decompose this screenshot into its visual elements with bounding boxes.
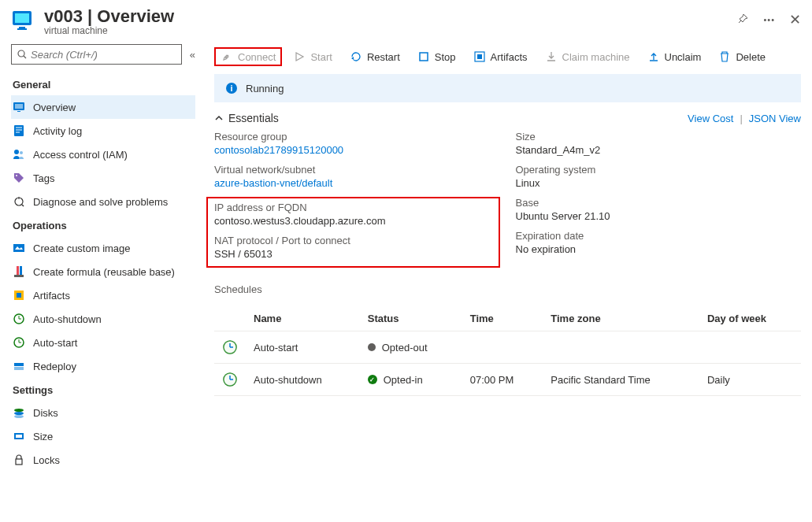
sidebar-item-disks[interactable]: Disks xyxy=(11,401,195,424)
unclaim-button[interactable]: Unclaim xyxy=(641,47,708,66)
more-icon[interactable]: ••• xyxy=(763,15,775,24)
sidebar-item-formula[interactable]: Create formula (reusable base) xyxy=(11,260,195,283)
download-icon xyxy=(545,50,558,63)
svg-rect-23 xyxy=(14,275,24,277)
play-icon xyxy=(293,50,306,63)
svg-marker-40 xyxy=(296,53,303,61)
base-label: Base xyxy=(516,197,802,209)
disks-icon xyxy=(13,406,25,419)
essentials-title: Essentials xyxy=(228,112,279,124)
essentials-toggle[interactable]: Essentials xyxy=(214,112,279,124)
svg-point-13 xyxy=(14,150,19,154)
size-icon xyxy=(13,430,25,442)
collapse-sidebar-icon[interactable]: « xyxy=(190,49,195,61)
col-dow: Day of week xyxy=(699,306,801,331)
upload-icon xyxy=(647,50,660,63)
nat-label: NAT protocol / Port to connect xyxy=(214,235,492,246)
svg-point-35 xyxy=(14,412,24,415)
svg-point-4 xyxy=(18,50,24,57)
size-label: Size xyxy=(516,131,802,143)
resource-group-label: Resource group xyxy=(214,131,500,143)
table-row[interactable]: Auto-start Opted-out xyxy=(214,331,801,364)
restart-button[interactable]: Restart xyxy=(343,47,406,66)
sidebar-item-auto-shutdown[interactable]: Auto-shutdown xyxy=(11,307,195,331)
sidebar-section-operations: Operations Create custom image Create fo… xyxy=(11,213,195,378)
chevron-up-icon xyxy=(214,113,224,123)
svg-rect-2 xyxy=(19,27,25,28)
search-box[interactable] xyxy=(11,44,182,65)
sidebar-item-label: Artifacts xyxy=(33,290,70,302)
svg-line-18 xyxy=(22,205,24,206)
row-name: Auto-shutdown xyxy=(246,364,360,396)
svg-point-36 xyxy=(14,415,24,418)
vnet-label: Virtual network/subnet xyxy=(214,164,500,176)
page-title: v003 | Overview xyxy=(44,6,738,27)
connect-icon xyxy=(221,50,233,63)
base-value: Ubuntu Server 21.10 xyxy=(516,210,802,222)
schedules-title: Schedules xyxy=(214,283,801,295)
os-label: Operating system xyxy=(516,164,802,176)
sidebar-item-iam[interactable]: Access control (IAM) xyxy=(11,143,195,166)
stop-button[interactable]: Stop xyxy=(411,47,462,66)
svg-text:i: i xyxy=(230,83,232,93)
sidebar-item-tags[interactable]: Tags xyxy=(11,166,195,190)
json-view-link[interactable]: JSON View xyxy=(749,113,801,124)
redeploy-icon xyxy=(13,360,25,372)
close-icon[interactable]: ✕ xyxy=(789,11,801,28)
pin-icon[interactable] xyxy=(738,14,749,25)
table-row[interactable]: Auto-shutdown Opted-in 07:00 PM Pacific … xyxy=(214,364,801,396)
artifacts-button[interactable]: Artifacts xyxy=(467,47,534,66)
ip-value: contoso.westus3.cloudapp.azure.com xyxy=(214,215,492,227)
ip-label: IP address or FQDN xyxy=(214,202,492,213)
delete-icon xyxy=(718,50,731,63)
monitor-icon xyxy=(13,101,25,113)
row-dow xyxy=(699,331,801,364)
svg-point-14 xyxy=(20,151,23,154)
sidebar-item-label: Create formula (reusable base) xyxy=(33,266,175,278)
row-timezone xyxy=(543,331,699,364)
sidebar-item-size[interactable]: Size xyxy=(11,424,195,448)
resource-group-value[interactable]: contosolab21789915120000 xyxy=(214,144,500,156)
row-time: 07:00 PM xyxy=(462,364,543,396)
status-dot-green xyxy=(368,375,377,384)
schedules-table: Name Status Time Time zone Day of week A… xyxy=(214,306,801,396)
sidebar-item-diagnose[interactable]: Diagnose and solve problems xyxy=(11,190,195,213)
svg-rect-9 xyxy=(14,125,24,136)
sidebar-item-artifacts[interactable]: Artifacts xyxy=(11,283,195,307)
sidebar-item-activity-log[interactable]: Activity log xyxy=(11,119,195,143)
restart-icon xyxy=(350,50,362,63)
svg-rect-38 xyxy=(16,435,22,438)
sidebar-item-auto-start[interactable]: Auto-start xyxy=(11,331,195,354)
vnet-value[interactable]: azure-bastion-vnet/default xyxy=(214,177,500,189)
sidebar-item-custom-image[interactable]: Create custom image xyxy=(11,236,195,260)
clock-icon xyxy=(222,339,238,355)
info-icon: i xyxy=(225,82,238,94)
view-cost-link[interactable]: View Cost xyxy=(688,113,733,124)
section-title: Settings xyxy=(11,378,195,401)
toolbar-label: Restart xyxy=(367,51,400,63)
toolbar-label: Delete xyxy=(736,51,766,63)
svg-point-15 xyxy=(16,175,17,176)
artifacts-icon xyxy=(473,50,486,63)
connect-button[interactable]: Connect xyxy=(214,47,282,66)
page-subtitle: virtual machine xyxy=(44,25,738,36)
sidebar-item-overview[interactable]: Overview xyxy=(11,95,195,119)
delete-button[interactable]: Delete xyxy=(712,47,772,66)
toolbar-label: Stop xyxy=(435,51,456,63)
sidebar-section-settings: Settings Disks Size Locks xyxy=(11,378,195,472)
sidebar-item-redeploy[interactable]: Redeploy xyxy=(11,354,195,378)
col-name: Name xyxy=(246,306,360,331)
row-name: Auto-start xyxy=(246,331,360,364)
claim-button[interactable]: Claim machine xyxy=(539,47,636,66)
sidebar-item-label: Redeploy xyxy=(33,361,76,372)
search-input[interactable] xyxy=(31,49,176,61)
start-button[interactable]: Start xyxy=(287,47,338,66)
svg-rect-42 xyxy=(420,53,428,61)
toolbar-label: Start xyxy=(310,51,332,63)
formula-icon xyxy=(13,265,25,278)
artifacts-icon xyxy=(13,289,25,302)
highlighted-connection-info: IP address or FQDN contoso.westus3.cloud… xyxy=(206,197,500,268)
sidebar-item-locks[interactable]: Locks xyxy=(11,448,195,472)
sidebar-item-label: Diagnose and solve problems xyxy=(33,196,168,208)
row-status: Opted-in xyxy=(384,374,423,386)
